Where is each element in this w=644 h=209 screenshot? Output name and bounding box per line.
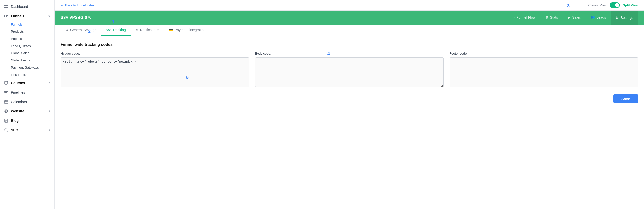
funnels-icon — [4, 14, 8, 18]
stats-label: Stats — [550, 15, 558, 19]
footer-code-field: Footer code: — [450, 52, 638, 88]
svg-rect-14 — [4, 94, 6, 94]
code-icon: </> — [106, 28, 111, 32]
svg-rect-12 — [4, 91, 8, 92]
sidebar-sub-products[interactable]: Products — [0, 28, 54, 35]
funnel-nav: ▿ Funnel Flow ▩ Stats ▶ Sales 👥 Leads — [508, 11, 611, 24]
sidebar-sub-funnels[interactable]: Funnels — [0, 21, 54, 28]
sidebar: Dashboard Funnels ∨ Funnels Products Pop… — [0, 0, 54, 209]
notifications-label: Notifications — [140, 28, 159, 32]
sidebar-section-seo[interactable]: SEO < — [0, 125, 54, 135]
tab-payment-integration[interactable]: 💳 Payment integration — [164, 24, 210, 36]
chevron-left-icon: < — [48, 81, 50, 85]
chevron-left-seo-icon: < — [48, 128, 50, 132]
website-icon — [4, 109, 8, 113]
header-code-label: Header code: — [60, 52, 249, 55]
courses-icon — [4, 81, 8, 85]
sidebar-item-dashboard[interactable]: Dashboard — [0, 2, 54, 11]
filter-icon: ▿ — [513, 15, 515, 19]
sidebar-section-website[interactable]: Website < — [0, 106, 54, 116]
sidebar-item-pipelines[interactable]: Pipelines — [0, 88, 54, 97]
sidebar-section-funnels[interactable]: Funnels ∨ — [0, 11, 54, 21]
svg-rect-4 — [4, 15, 6, 15]
email-icon: ✉ — [136, 28, 139, 32]
blog-icon — [4, 118, 8, 123]
svg-rect-8 — [6, 16, 7, 17]
svg-rect-6 — [7, 15, 8, 15]
save-button[interactable]: Save — [614, 94, 638, 103]
header-code-textarea[interactable]: <meta name="robots" content="noindex"> — [60, 57, 249, 87]
svg-line-27 — [7, 131, 8, 132]
sidebar-sub-payment-gateways[interactable]: Payment Gateways — [0, 64, 54, 71]
sidebar-blog-label: Blog — [11, 119, 18, 123]
users-icon: 👥 — [591, 15, 595, 19]
sidebar-seo-label: SEO — [11, 128, 18, 132]
view-toggle-switch[interactable] — [610, 2, 620, 8]
funnel-nav-leads[interactable]: 👥 Leads — [586, 11, 611, 24]
save-row: Save — [60, 94, 638, 103]
code-grid: Header code: <meta name="robots" content… — [60, 52, 638, 88]
tab-general-settings[interactable]: ⚙ General Settings — [60, 24, 101, 36]
body-code-label: Body code: — [255, 52, 444, 55]
svg-rect-5 — [6, 15, 7, 15]
sidebar-sub-popups[interactable]: Popups — [0, 35, 54, 42]
svg-point-26 — [5, 129, 7, 131]
sub-tabs: ⚙ General Settings </> Tracking ✉ Notifi… — [54, 24, 644, 36]
svg-rect-0 — [4, 5, 6, 6]
tracking-label: Tracking — [113, 28, 126, 32]
sidebar-sub-lead-quizzes[interactable]: Lead Quizzes — [0, 42, 54, 49]
chevron-left-website-icon: < — [48, 109, 50, 113]
body-code-textarea[interactable] — [255, 57, 444, 87]
back-to-funnel-link[interactable]: ← Back to funnel index — [60, 3, 94, 7]
header-code-field: Header code: <meta name="robots" content… — [60, 52, 249, 88]
settings-button[interactable]: ⚙ Settings — [611, 11, 638, 24]
svg-rect-15 — [4, 101, 8, 103]
split-view-label: Split View — [623, 3, 638, 7]
sidebar-sub-global-leads[interactable]: Global Leads — [0, 57, 54, 64]
svg-rect-3 — [6, 7, 8, 8]
funnel-id: SSV-VPSBG-070 — [60, 15, 92, 20]
back-link-label: Back to funnel index — [65, 3, 94, 7]
tab-tracking[interactable]: </> Tracking — [101, 24, 130, 36]
card-icon: 💳 — [169, 28, 173, 32]
main-content: ← Back to funnel index Classic View Spli… — [54, 0, 644, 209]
chevron-down-icon: ∨ — [48, 14, 50, 18]
arrow-left-icon: ← — [60, 3, 64, 7]
pipelines-icon — [4, 90, 8, 95]
sidebar-sub-link-tracker[interactable]: Link Tracker — [0, 71, 54, 78]
funnel-nav-stats[interactable]: ▩ Stats — [540, 11, 563, 24]
sales-label: Sales — [572, 15, 581, 19]
view-toggle: Classic View Split View — [588, 2, 638, 8]
sidebar-calendars-label: Calendars — [11, 100, 27, 104]
funnel-nav-funnel-flow[interactable]: ▿ Funnel Flow — [508, 11, 540, 24]
sidebar-section-courses[interactable]: Courses < — [0, 78, 54, 88]
general-settings-label: General Settings — [70, 28, 96, 32]
svg-rect-7 — [4, 16, 6, 17]
calendars-icon — [4, 100, 8, 104]
grid-icon — [4, 4, 8, 9]
tag-icon: ▶ — [568, 15, 570, 19]
sidebar-section-blog[interactable]: Blog < — [0, 116, 54, 125]
section-title: Funnel wide tracking codes — [60, 42, 638, 47]
sidebar-sub-global-sales[interactable]: Global Sales — [0, 49, 54, 57]
sidebar-dashboard-label: Dashboard — [11, 5, 28, 9]
tab-notifications[interactable]: ✉ Notifications — [131, 24, 164, 36]
sidebar-pipelines-label: Pipelines — [11, 90, 25, 94]
sidebar-courses-label: Courses — [11, 81, 25, 85]
payment-integration-label: Payment integration — [175, 28, 206, 32]
funnel-header: SSV-VPSBG-070 ▿ Funnel Flow ▩ Stats ▶ Sa… — [54, 11, 644, 24]
classic-view-label: Classic View — [588, 3, 606, 7]
sidebar-item-calendars[interactable]: Calendars — [0, 97, 54, 106]
svg-rect-9 — [5, 81, 8, 84]
funnel-nav-sales[interactable]: ▶ Sales — [563, 11, 586, 24]
leads-label: Leads — [596, 15, 606, 19]
svg-rect-2 — [4, 7, 6, 8]
footer-code-textarea[interactable] — [450, 57, 638, 87]
chevron-left-blog-icon: < — [48, 119, 50, 122]
gear-settings-icon: ⚙ — [66, 28, 69, 32]
sidebar-funnels-label: Funnels — [11, 14, 24, 18]
svg-rect-1 — [6, 5, 8, 6]
stats-icon: ▩ — [545, 15, 548, 19]
footer-code-label: Footer code: — [450, 52, 638, 55]
body-code-field: Body code: — [255, 52, 444, 88]
